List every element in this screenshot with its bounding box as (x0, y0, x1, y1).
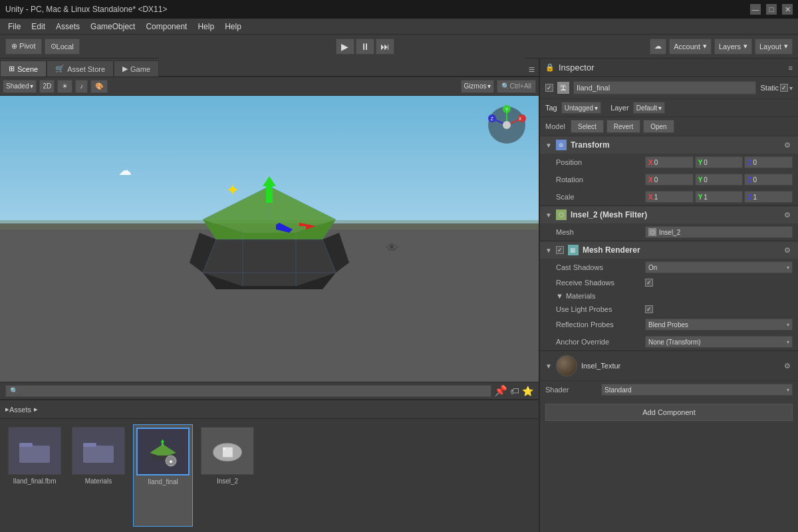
mesh-renderer-settings-icon[interactable]: ⚙ (782, 245, 793, 255)
assets-content: Iland_final.fbm Materials (0, 419, 539, 532)
audio-toggle[interactable]: ♪ (75, 80, 88, 93)
menu-file[interactable]: File (3, 19, 26, 35)
pause-button[interactable]: ⏸ (356, 39, 374, 55)
material-preview (556, 355, 577, 376)
materials-header[interactable]: ▼ Materials (540, 289, 798, 303)
object-name-input[interactable] (573, 81, 756, 94)
mesh-filter-header[interactable]: ▼ ⬡ Insel_2 (Mesh Filter) ⚙ (540, 206, 798, 223)
cast-shadows-dropdown[interactable]: On ▾ (645, 261, 793, 273)
layout-button[interactable]: Layout ▾ (755, 39, 793, 55)
asset-item-materials[interactable]: Materials (69, 424, 128, 527)
mesh-renderer-header[interactable]: ▼ ▦ Mesh Renderer ⚙ (540, 241, 798, 259)
static-checkbox[interactable] (780, 84, 788, 92)
rotation-z-field[interactable]: Z 0 (744, 174, 793, 186)
scale-z-field[interactable]: Z 1 (744, 191, 793, 203)
tab-bar: ⊞ Scene 🛒 Asset Store ▶ Game ≡ (0, 59, 539, 77)
cloud-button[interactable]: ☁ (650, 39, 666, 55)
account-button[interactable]: Account ▾ (669, 39, 712, 55)
scale-x-field[interactable]: X 1 (645, 191, 694, 203)
maximize-button[interactable]: □ (766, 4, 777, 15)
play-button[interactable]: ▶ (336, 39, 354, 55)
step-button[interactable]: ⏭ (376, 39, 394, 55)
eye-icon[interactable]: 👁 (386, 241, 398, 255)
menu-help[interactable]: Help (219, 19, 247, 35)
orientation-gizmo: X Y Z (485, 104, 528, 146)
asset-label-insel2: Insel_2 (217, 477, 238, 485)
asset-item-insel2[interactable]: ⬜ Insel_2 (198, 424, 257, 527)
layer-select[interactable]: Default ▾ (633, 102, 666, 114)
star-icon[interactable]: ⭐ (522, 386, 533, 396)
label-icon[interactable]: 🏷 (510, 386, 519, 396)
static-arrow-icon[interactable]: ▾ (789, 84, 793, 92)
menu-assets[interactable]: Assets (51, 19, 85, 35)
shader-dropdown[interactable]: Standard ▾ (601, 384, 793, 396)
use-light-probes-row: Use Light Probes (540, 303, 798, 316)
reflection-probes-dropdown[interactable]: Blend Probes ▾ (645, 319, 793, 331)
mesh-renderer-enable-checkbox[interactable] (556, 246, 564, 254)
local-button[interactable]: ⊙ Local (45, 39, 80, 55)
mesh-label: Mesh (556, 228, 642, 236)
scale-y-field[interactable]: Y 1 (695, 191, 743, 203)
fx-toggle[interactable]: 🎨 (90, 80, 108, 93)
use-light-probes-checkbox[interactable] (645, 305, 653, 313)
rotation-x-field[interactable]: X 0 (645, 174, 694, 186)
revert-button[interactable]: Revert (606, 120, 640, 133)
transform-header[interactable]: ▼ ⊕ Transform ⚙ (540, 136, 798, 154)
shading-dropdown[interactable]: Shaded ▾ (3, 80, 37, 93)
close-button[interactable]: ✕ (782, 4, 793, 15)
2d-button[interactable]: 2D (39, 80, 55, 93)
mesh-filter-settings-icon[interactable]: ⚙ (782, 209, 793, 220)
tab-game[interactable]: ▶ Game (114, 61, 159, 76)
viewport-bottom-bar: 📌 🏷 ⭐ (0, 382, 539, 399)
select-button[interactable]: Select (571, 120, 604, 133)
receive-shadows-checkbox[interactable] (645, 279, 653, 287)
static-checkbox-group: Static ▾ (760, 84, 793, 92)
static-label: Static (760, 84, 779, 92)
layers-button[interactable]: Layers ▾ (714, 39, 752, 55)
main-layout: ⊞ Scene 🛒 Asset Store ▶ Game ≡ Shaded ▾ … (0, 59, 798, 532)
transform-settings-icon[interactable]: ⚙ (782, 140, 793, 150)
position-x-field[interactable]: X 0 (645, 156, 694, 168)
scale-xyz: X 1 Y 1 Z 1 (645, 191, 793, 203)
inspector-header: 🔒 Inspector ≡ (540, 59, 798, 77)
cast-shadows-chevron-icon: ▾ (787, 265, 789, 271)
object-icon: 🏝 (557, 82, 569, 94)
materials-label: Materials (566, 292, 596, 300)
panel-menu-icon[interactable]: ≡ (529, 64, 535, 76)
inspector-title: Inspector (559, 63, 594, 72)
light-toggle[interactable]: ☀ (57, 80, 72, 93)
asset-item-iland-fbm[interactable]: Iland_final.fbm (5, 424, 64, 527)
menu-gameobject[interactable]: GameObject (85, 19, 140, 35)
add-component-button[interactable]: Add Component (545, 404, 793, 421)
tab-scene[interactable]: ⊞ Scene (0, 61, 47, 76)
viewport: ✦ ☁ (0, 96, 539, 399)
menu-edit[interactable]: Edit (26, 19, 51, 35)
gizmos-dropdown[interactable]: Gizmos ▾ (461, 80, 495, 93)
menu-component[interactable]: Component (140, 19, 192, 35)
pin-icon[interactable]: 📌 (494, 384, 507, 397)
material-settings-icon[interactable]: ⚙ (782, 360, 793, 371)
mesh-value-field[interactable]: ⬡ Insel_2 (645, 226, 793, 238)
layer-label: Layer (610, 104, 629, 112)
minimize-button[interactable]: — (750, 4, 761, 15)
position-z-field[interactable]: Z 0 (744, 156, 793, 168)
tab-asset-store[interactable]: 🛒 Asset Store (47, 61, 114, 76)
model-label: Model (545, 122, 565, 130)
rotation-y-field[interactable]: Y 0 (695, 174, 743, 186)
material-name: Insel_Textur (581, 362, 778, 370)
menu-window[interactable]: Help (192, 19, 219, 35)
transform-icon: ⊕ (556, 140, 567, 150)
anchor-override-dropdown[interactable]: None (Transform) ▾ (645, 336, 793, 348)
position-y-field[interactable]: Y 0 (695, 156, 743, 168)
object-active-checkbox[interactable] (545, 84, 553, 92)
inspector-menu-icon[interactable]: ≡ (789, 64, 793, 72)
game-icon: ▶ (122, 65, 128, 73)
tag-select[interactable]: Untagged ▾ (561, 102, 601, 114)
open-button[interactable]: Open (643, 120, 674, 133)
svg-text:Z: Z (491, 116, 494, 121)
reflection-probes-row: Reflection Probes Blend Probes ▾ (540, 316, 798, 333)
scene-gizmo[interactable]: X Y Z (485, 104, 528, 148)
viewport-search-input[interactable] (5, 385, 491, 397)
asset-item-iland-final[interactable]: ● Iland_final (133, 424, 193, 527)
pivot-button[interactable]: ⊕ Pivot (5, 39, 42, 55)
